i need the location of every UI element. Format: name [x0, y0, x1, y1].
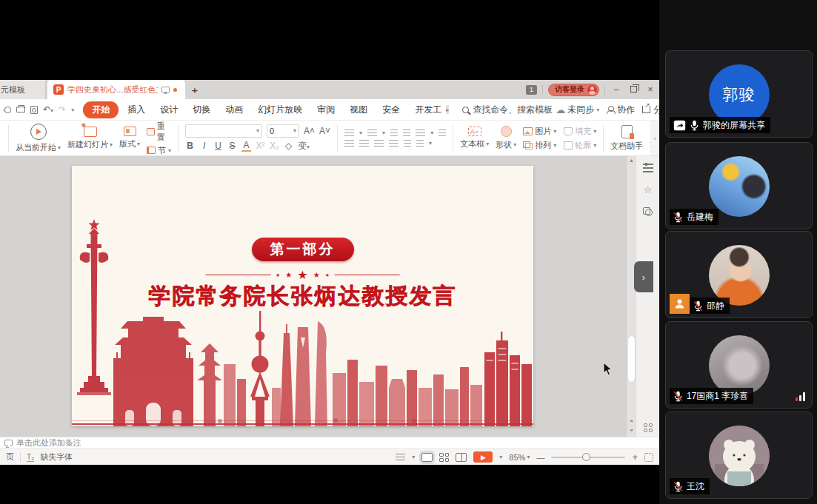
missing-font-label[interactable]: 缺失字体 — [40, 451, 73, 463]
superscript-button[interactable]: X² — [256, 141, 265, 151]
notes-toggle-icon[interactable] — [396, 454, 405, 460]
restore-button[interactable] — [627, 84, 639, 95]
text-box-button[interactable]: A= 文本框▾ — [460, 127, 489, 149]
doc-assistant-button[interactable]: 文档助手 — [610, 125, 643, 152]
slide-sorter-view-button[interactable] — [439, 453, 449, 462]
print-icon[interactable] — [16, 107, 25, 112]
bullet-list-icon[interactable] — [344, 130, 354, 137]
shapes-button[interactable]: 形状▾ — [496, 126, 516, 150]
sync-status-button[interactable]: ☁ 未同步 ▾ — [556, 104, 599, 116]
picture-button[interactable]: 图片▾ — [523, 126, 556, 137]
command-search[interactable]: 查找命令、搜索模板 — [462, 104, 553, 116]
reading-view-button[interactable] — [456, 453, 467, 462]
resources-icon[interactable] — [643, 207, 653, 216]
participant-tile[interactable]: 岳建梅 — [665, 142, 813, 229]
distribute-icon[interactable] — [404, 140, 411, 147]
new-tab-button[interactable]: + — [185, 80, 204, 99]
mic-muted-icon — [673, 481, 683, 492]
font-color-button[interactable]: A — [241, 140, 251, 152]
menu-tab-review[interactable]: 审阅 — [311, 101, 341, 118]
arrange-button[interactable]: 排列▾ — [523, 140, 556, 151]
outline-button[interactable]: 轮廓▾ — [564, 140, 596, 151]
fill-button[interactable]: 填充▾ — [564, 126, 596, 137]
columns-icon[interactable] — [416, 140, 424, 147]
font-name-select[interactable]: ▾ — [185, 124, 262, 138]
new-slide-icon — [84, 127, 97, 137]
subscript-button[interactable]: X₂ — [270, 141, 279, 151]
redo-icon[interactable]: ↷ — [59, 104, 66, 115]
beautify-icon[interactable]: ☆ — [644, 184, 653, 195]
participant-tile[interactable]: 王沈 — [665, 411, 813, 499]
decrease-font-icon[interactable]: A˅ — [319, 126, 330, 136]
next-slide-icon[interactable]: ⏷ — [628, 428, 635, 434]
align-center-icon[interactable] — [359, 140, 369, 147]
play-from-current-button[interactable]: 从当前开始▾ — [16, 124, 61, 153]
close-button[interactable]: × — [644, 84, 656, 95]
expand-panel-button[interactable]: › — [634, 261, 653, 292]
menu-tab-developer[interactable]: 开发工 — [409, 101, 443, 118]
object-properties-icon[interactable] — [643, 164, 653, 172]
zoom-in-button[interactable]: + — [632, 451, 638, 463]
vertical-scrollbar[interactable]: ▲ ⏶ ⏷ — [626, 156, 636, 437]
guest-login-button[interactable]: 访客登录 — [548, 84, 599, 96]
new-slide-button[interactable]: 新建幻灯片▾ — [67, 127, 113, 150]
menu-tab-view[interactable]: 视图 — [344, 101, 373, 118]
slide[interactable]: 第一部分 ★★★★★ 学院常务院长张炳达教授发言 — [72, 166, 533, 426]
normal-view-button[interactable] — [421, 453, 433, 462]
underline-button[interactable]: U — [213, 141, 223, 151]
decrease-indent-icon[interactable] — [390, 130, 398, 137]
increase-indent-icon[interactable] — [403, 130, 410, 137]
fit-to-window-icon[interactable] — [644, 453, 653, 462]
reset-button[interactable]: 重置 — [147, 121, 171, 143]
increase-font-icon[interactable]: A˄ — [304, 126, 315, 136]
menu-tab-security[interactable]: 安全 — [376, 101, 406, 118]
clear-format-icon[interactable]: ◇ — [284, 141, 293, 151]
zoom-level[interactable]: 85%▾ — [509, 453, 530, 462]
slide-canvas[interactable]: 第一部分 ★★★★★ 学院常务院长张炳达教授发言 ▲ — [0, 156, 659, 437]
background-document-tab[interactable]: 元模板 — [0, 80, 46, 99]
notes-bar[interactable]: 单击此处添加备注 — [0, 437, 659, 448]
menu-tab-design[interactable]: 设计 — [154, 101, 184, 118]
menu-tab-insert[interactable]: 插入 — [121, 101, 151, 118]
undo-icon[interactable]: ↶▾ — [43, 104, 53, 115]
scrollbar-thumb[interactable] — [628, 336, 635, 382]
menu-tab-home[interactable]: 开始 — [83, 101, 119, 118]
participant-tile[interactable]: 邵静 — [665, 231, 813, 318]
minimize-button[interactable]: – — [610, 84, 622, 95]
doc-count-badge[interactable]: 1 — [526, 85, 537, 95]
zoom-slider-knob[interactable] — [582, 453, 590, 461]
italic-button[interactable]: I — [199, 141, 209, 151]
text-direction-icon[interactable] — [438, 130, 446, 137]
zoom-slider[interactable] — [551, 457, 625, 458]
host-badge-icon — [670, 294, 690, 314]
align-right-icon[interactable] — [374, 140, 384, 147]
ribbon-overflow-icon[interactable]: › — [650, 121, 659, 155]
menu-tab-transition[interactable]: 切换 — [187, 101, 216, 118]
slide-grid-icon[interactable] — [644, 423, 653, 432]
previous-slide-icon[interactable]: ⏶ — [628, 418, 635, 424]
participants-panel: 郭骏 郭骏的屏幕共享 — [659, 0, 817, 504]
menu-tab-slideshow[interactable]: 幻灯片放映 — [252, 101, 308, 118]
participant-tile[interactable]: 郭骏 郭骏的屏幕共享 — [665, 50, 813, 138]
collaborate-button[interactable]: 协作 — [607, 104, 635, 116]
pin-icon[interactable] — [3, 105, 13, 115]
menu-tab-animation[interactable]: 动画 — [219, 101, 249, 118]
print-preview-icon[interactable] — [30, 106, 38, 114]
participant-tile[interactable]: 17国商1 李珍喜 — [665, 321, 813, 409]
justify-icon[interactable] — [389, 140, 399, 147]
menu-overflow-icon[interactable]: ▸ — [446, 105, 449, 114]
strikethrough-button[interactable]: S — [227, 141, 237, 151]
font-size-select[interactable]: 0▾ — [267, 124, 299, 138]
line-spacing-icon[interactable] — [416, 130, 425, 137]
active-document-tab[interactable]: P 学四史柬初心...感受红色力量 — [47, 80, 185, 99]
align-left-icon[interactable] — [344, 140, 354, 147]
text-effect-icon[interactable]: 变▾ — [298, 140, 310, 152]
section-button[interactable]: 节▾ — [147, 145, 171, 156]
layout-button[interactable]: 版式▾ — [119, 127, 140, 149]
zoom-out-button[interactable]: — — [536, 453, 544, 462]
numbered-list-icon[interactable] — [367, 130, 377, 137]
scroll-up-icon[interactable]: ▲ — [629, 158, 634, 163]
bold-button[interactable]: B — [185, 141, 195, 151]
customize-toolbar-icon[interactable]: ▾ — [71, 107, 74, 113]
slideshow-play-button[interactable]: ▶ — [473, 451, 493, 463]
